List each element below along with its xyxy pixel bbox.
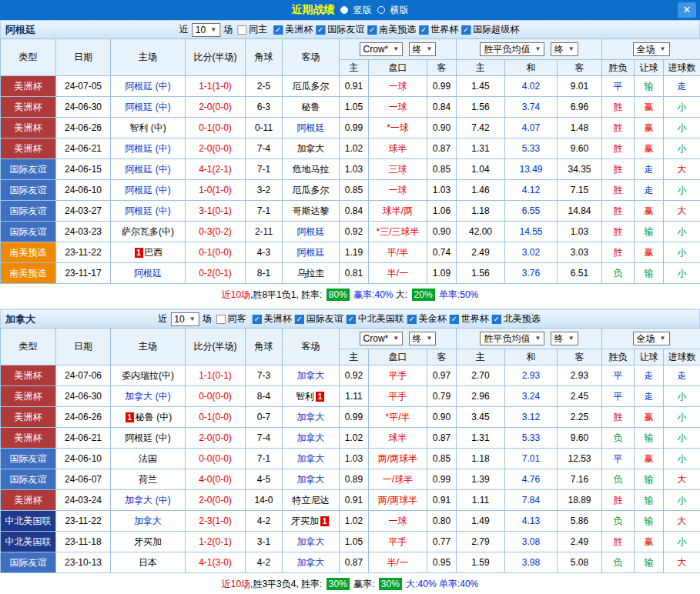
team-name[interactable]: 阿根廷 [297,247,325,258]
team-name[interactable]: 阿根廷 [297,122,325,133]
odds-company-select[interactable]: Crow*▼ [360,42,404,56]
score-cell[interactable]: 1-2(0-1) [186,532,246,552]
team-name[interactable]: 阿根廷 (中) [125,205,170,216]
team-name[interactable]: 加拿大 [297,474,325,485]
checkbox-icon[interactable] [216,315,226,324]
team-name[interactable]: 厄瓜多尔 [293,81,330,92]
checkbox-icon[interactable]: ✓ [347,315,356,324]
team-name[interactable]: 萨尔瓦多(中) [122,226,174,237]
vertical-layout-radio[interactable] [340,6,348,14]
match-count-select[interactable]: 10▼ [170,312,199,326]
score-cell[interactable]: 4-1(3-0) [186,552,246,573]
team-name[interactable]: 巴西 [145,247,163,258]
team-name[interactable]: 哥斯达黎 [293,205,330,216]
filter-checkbox[interactable]: ✓美洲杯 [253,312,292,325]
score-cell[interactable]: 0-1(0-0) [186,242,246,263]
same-venue-checkbox[interactable]: 同主 [237,23,267,36]
team-name[interactable]: 阿根廷 (中) [125,432,170,443]
avg-time-select[interactable]: 终▼ [551,332,578,345]
team-name[interactable]: 加拿大 [297,432,325,443]
team-name[interactable]: 荷兰 [139,474,157,485]
checkbox-icon[interactable]: ✓ [295,315,304,324]
team-name[interactable]: 加拿大 [134,516,162,526]
filter-checkbox[interactable]: ✓中北美国联 [347,312,404,325]
score-cell[interactable]: 0-2(0-1) [186,263,246,284]
score-cell[interactable]: 2-0(0-0) [186,428,246,449]
match-count-select[interactable]: 10▼ [192,23,220,37]
team-name[interactable]: 加拿大 [297,370,325,381]
filter-checkbox[interactable]: ✓南美预选 [367,23,416,36]
filter-checkbox[interactable]: ✓国际友谊 [295,312,343,325]
odds-time-select[interactable]: 终▼ [409,42,437,56]
checkbox-icon[interactable]: ✓ [273,25,283,35]
score-cell[interactable]: 1-1(0-1) [186,365,246,386]
team-name[interactable]: 加拿大 (中) [125,391,170,402]
filter-checkbox[interactable]: ✓世界杯 [419,23,458,36]
team-name[interactable]: 阿根廷 [134,268,162,279]
filter-checkbox[interactable]: ✓国际超级杯 [461,23,519,36]
score-cell[interactable]: 4-0(0-0) [186,469,246,490]
score-cell[interactable]: 0-3(0-2) [186,222,246,242]
score-cell[interactable]: 3-1(0-1) [186,201,246,222]
horizontal-layout-label[interactable]: 横版 [390,4,409,17]
team-name[interactable]: 加拿大 [297,412,325,422]
score-cell[interactable]: 0-1(0-0) [186,407,246,428]
vertical-layout-label[interactable]: 竖版 [353,4,372,17]
wdl-average-select[interactable]: 胜平负均值▼ [480,42,544,56]
score-cell[interactable]: 4-1(2-1) [186,159,246,180]
team-name[interactable]: 智利 (中) [129,122,166,133]
odds-company-select[interactable]: Crow*▼ [360,332,404,345]
score-cell[interactable]: 2-0(0-0) [186,490,246,511]
checkbox-icon[interactable]: ✓ [316,25,325,35]
team-name[interactable]: 阿根廷 (中) [125,164,170,175]
wdl-average-select[interactable]: 胜平负均值▼ [480,332,544,345]
team-name[interactable]: 危地马拉 [293,164,330,175]
team-name[interactable]: 日本 [139,557,157,568]
score-cell[interactable]: 2-3(1-0) [186,511,246,532]
score-cell[interactable]: 1-0(1-0) [186,180,246,201]
filter-checkbox[interactable]: ✓北美预选 [492,312,541,325]
team-name[interactable]: 法国 [139,453,157,464]
filter-checkbox[interactable]: ✓美洲杯 [273,23,313,36]
team-name[interactable]: 阿根廷 (中) [125,102,170,112]
full-match-select[interactable]: 全场▼ [633,332,670,345]
team-name[interactable]: 乌拉圭 [297,268,325,279]
checkbox-icon[interactable]: ✓ [461,25,471,35]
full-match-select[interactable]: 全场▼ [633,42,670,56]
score-cell[interactable]: 0-0(0-0) [186,449,246,469]
filter-checkbox[interactable]: ✓美金杯 [407,312,447,325]
filter-checkbox[interactable]: ✓世界杯 [450,312,489,325]
checkbox-icon[interactable]: ✓ [367,25,377,35]
horizontal-layout-radio[interactable] [377,6,385,14]
score-cell[interactable]: 0-0(0-0) [186,386,246,407]
checkbox-icon[interactable]: ✓ [407,315,417,324]
team-name[interactable]: 加拿大 [297,453,325,464]
score-cell[interactable]: 1-1(1-0) [186,76,246,97]
team-name[interactable]: 特立尼达 [293,495,330,506]
checkbox-icon[interactable] [237,25,246,35]
team-name[interactable]: 智利 [296,391,314,402]
team-name[interactable]: 牙买加 [134,536,162,547]
team-name[interactable]: 阿根廷 (中) [125,143,170,154]
score-cell[interactable]: 2-0(0-0) [186,138,246,159]
team-name[interactable]: 秘鲁 [302,102,320,112]
avg-time-select[interactable]: 终▼ [551,42,578,56]
team-name[interactable]: 阿根廷 [297,226,325,237]
same-venue-checkbox[interactable]: 同客 [216,312,246,325]
team-name[interactable]: 阿根廷 (中) [125,185,170,195]
close-icon[interactable]: ✕ [678,2,696,18]
team-name[interactable]: 加拿大 [297,557,325,568]
checkbox-icon[interactable]: ✓ [419,25,428,35]
odds-time-select[interactable]: 终▼ [409,332,437,345]
score-cell[interactable]: 2-0(0-0) [186,97,246,118]
team-name[interactable]: 委内瑞拉(中) [122,370,174,381]
team-name[interactable]: 牙买加 [291,516,319,526]
team-name[interactable]: 阿根廷 (中) [125,81,170,92]
checkbox-icon[interactable]: ✓ [450,315,459,324]
team-name[interactable]: 加拿大 [297,536,325,547]
team-name[interactable]: 秘鲁 (中) [136,412,172,422]
score-cell[interactable]: 0-1(0-0) [186,118,246,138]
team-name[interactable]: 厄瓜多尔 [293,185,330,195]
team-name[interactable]: 加拿大 (中) [125,495,170,506]
team-name[interactable]: 加拿大 [297,143,325,154]
